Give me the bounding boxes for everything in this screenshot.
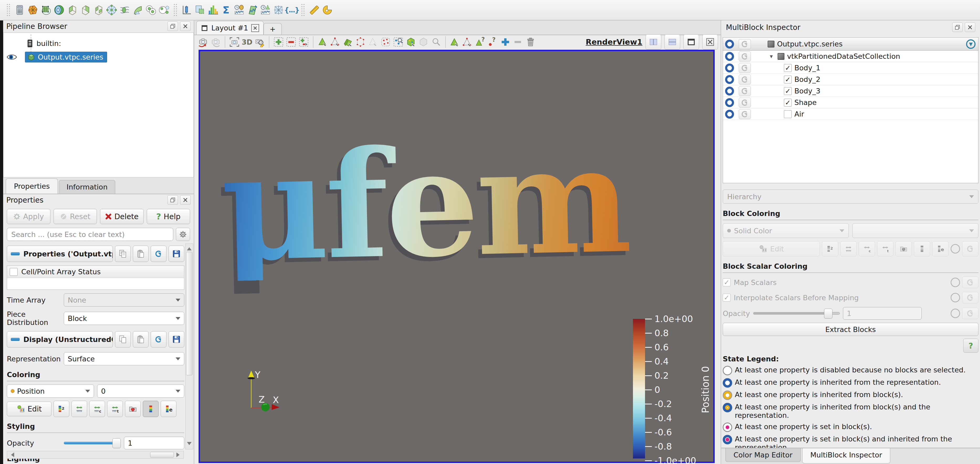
- interactive-select-cells-icon[interactable]: [405, 36, 417, 48]
- toolbar-drag-handle[interactable]: [301, 4, 304, 16]
- horizontal-scrollbar[interactable]: [7, 451, 184, 459]
- calculator-icon[interactable]: [13, 3, 26, 17]
- block-opacity-field[interactable]: 1: [843, 307, 922, 319]
- reset-property-button[interactable]: [962, 308, 978, 319]
- vertical-scrollbar[interactable]: [185, 243, 193, 449]
- choose-preset-button[interactable]: [125, 401, 141, 417]
- tooltip-cells-icon[interactable]: ?: [474, 36, 486, 48]
- close-panel-button[interactable]: [965, 22, 975, 32]
- rescale-over-time-button[interactable]: t: [107, 401, 123, 417]
- reset-property-button[interactable]: [962, 292, 978, 304]
- scroll-right-arrow[interactable]: [177, 453, 182, 457]
- color-state-circle-icon[interactable]: [725, 98, 734, 107]
- color-state-circle-icon[interactable]: [725, 40, 734, 49]
- color-legend[interactable]: 1.0e+00 0.8 0.6 0.4 0.2 0 -0.2 -0.4 -0.6…: [633, 314, 711, 464]
- scroll-up-arrow[interactable]: [187, 245, 192, 250]
- block-show-legend-button[interactable]: [914, 241, 930, 256]
- rescale-visible-range-button[interactable]: c: [89, 401, 105, 417]
- array-status-checkbox[interactable]: [10, 268, 18, 276]
- remove-view-annotation-icon[interactable]: [512, 36, 524, 48]
- display-properties-header[interactable]: Display (UnstructuredGri: [7, 331, 113, 348]
- extract-subset-icon[interactable]: [92, 3, 105, 17]
- tab-multiblock-inspector[interactable]: MultiBlock Inspector: [802, 448, 891, 464]
- stream-tracer-icon[interactable]: [118, 3, 131, 17]
- scroll-down-arrow[interactable]: [187, 442, 192, 448]
- clip-icon[interactable]: [66, 3, 79, 17]
- piece-distribution-combo[interactable]: Block: [64, 312, 184, 325]
- delete-annotations-icon[interactable]: [525, 36, 536, 48]
- adjust-camera-icon[interactable]: [254, 36, 266, 48]
- color-array-combo[interactable]: Position: [7, 385, 94, 397]
- plot-on-sorted-lines-icon[interactable]: [246, 3, 259, 17]
- pipeline-item-builtin[interactable]: builtin:: [3, 37, 194, 50]
- source-properties-header[interactable]: Properties ('Output.vtpc.s: [7, 246, 113, 262]
- tree-row-block[interactable]: Air: [723, 108, 978, 120]
- color-state-circle-icon[interactable]: [725, 64, 734, 72]
- color-state-circle-icon[interactable]: [725, 110, 734, 119]
- block-edit-legend-button[interactable]: e: [932, 241, 948, 256]
- reset-block-button[interactable]: [739, 75, 751, 84]
- block-choose-preset-button[interactable]: [896, 241, 912, 256]
- add-selection-icon[interactable]: [272, 36, 285, 48]
- plot-selection-over-time-icon[interactable]: [259, 3, 272, 17]
- select-cells-through-icon[interactable]: [342, 36, 354, 48]
- representation-combo[interactable]: Surface: [64, 352, 184, 365]
- block-color-component-combo[interactable]: [853, 223, 978, 238]
- block-rescale-visible-button[interactable]: c: [859, 241, 875, 256]
- visibility-eye-icon[interactable]: [3, 53, 20, 61]
- block-visibility-checkbox[interactable]: [784, 76, 792, 83]
- toolbar-drag-handle[interactable]: [7, 4, 10, 16]
- tree-options-dropdown-icon[interactable]: ▼: [966, 40, 975, 49]
- paste-properties-button[interactable]: [133, 246, 149, 262]
- edit-color-legend-button[interactable]: e: [161, 401, 177, 417]
- hover-cells-icon[interactable]: [449, 36, 461, 48]
- tree-row-collection[interactable]: ▾ vtkPartitionedDataSetCollection: [723, 51, 978, 62]
- tree-row-root[interactable]: Output.vtpc.series ▼: [723, 38, 978, 51]
- delete-button[interactable]: Delete: [100, 209, 143, 224]
- copy-display-button[interactable]: [115, 331, 131, 348]
- slider-knob[interactable]: [112, 438, 121, 448]
- reset-button[interactable]: Reset: [54, 209, 97, 224]
- tab-color-map-editor[interactable]: Color Map Editor: [725, 448, 801, 462]
- plot-over-line-icon[interactable]: [180, 3, 193, 17]
- integrate-variables-icon[interactable]: Σ: [220, 3, 232, 17]
- scroll-left-arrow[interactable]: [9, 453, 14, 457]
- ruler-icon[interactable]: [308, 3, 321, 17]
- color-component-combo[interactable]: 0: [97, 385, 184, 397]
- reset-block-button[interactable]: [739, 109, 751, 119]
- tooltip-points-icon[interactable]: ?: [487, 36, 499, 48]
- close-panel-button[interactable]: [180, 22, 191, 31]
- select-points-polygon-icon[interactable]: [380, 36, 392, 48]
- select-points-on-icon[interactable]: [329, 36, 341, 48]
- block-coloring-reset-button[interactable]: [962, 241, 978, 256]
- camera-redo-icon[interactable]: [210, 36, 221, 48]
- multiblock-help-button[interactable]: ?: [963, 338, 978, 353]
- extract-selection-icon[interactable]: [193, 3, 206, 17]
- select-block-icon[interactable]: [392, 36, 404, 48]
- tree-row-block[interactable]: Body_1: [723, 62, 978, 74]
- add-view-annotation-icon[interactable]: [499, 36, 511, 48]
- toolbar-drag-handle[interactable]: [174, 4, 177, 16]
- color-state-circle-icon[interactable]: [725, 87, 734, 95]
- float-panel-button[interactable]: [167, 195, 178, 205]
- split-vertical-button[interactable]: [665, 34, 680, 49]
- interpolate-scalars-checkbox[interactable]: [723, 294, 730, 302]
- block-visibility-checkbox[interactable]: [784, 87, 792, 95]
- tab-layout-1[interactable]: Layout #1: [196, 21, 264, 35]
- expand-caret-icon[interactable]: ▾: [768, 53, 775, 60]
- block-edit-color-map-button[interactable]: Edit: [723, 241, 820, 256]
- pipeline-item-source[interactable]: Output.vtpc.series: [3, 50, 194, 64]
- toggle-selection-icon[interactable]: [298, 36, 310, 48]
- reset-display-button[interactable]: [151, 331, 166, 348]
- help-button[interactable]: ?Help: [147, 209, 190, 224]
- glyph-icon[interactable]: [26, 3, 40, 17]
- map-scalars-checkbox[interactable]: [723, 278, 730, 286]
- color-state-circle-icon[interactable]: [725, 75, 734, 84]
- rescale-custom-range-button[interactable]: [72, 401, 87, 417]
- render-view-label[interactable]: RenderView1: [586, 38, 643, 46]
- slice-icon[interactable]: [52, 3, 66, 17]
- warp-by-vector-icon[interactable]: [131, 3, 145, 17]
- paste-display-button[interactable]: [133, 331, 149, 348]
- tab-properties[interactable]: Properties: [6, 178, 58, 194]
- render-viewport[interactable]: μfem μfem 1.0e+00 0.8 0.6 0.4 0.2 0 -0.2…: [199, 50, 714, 463]
